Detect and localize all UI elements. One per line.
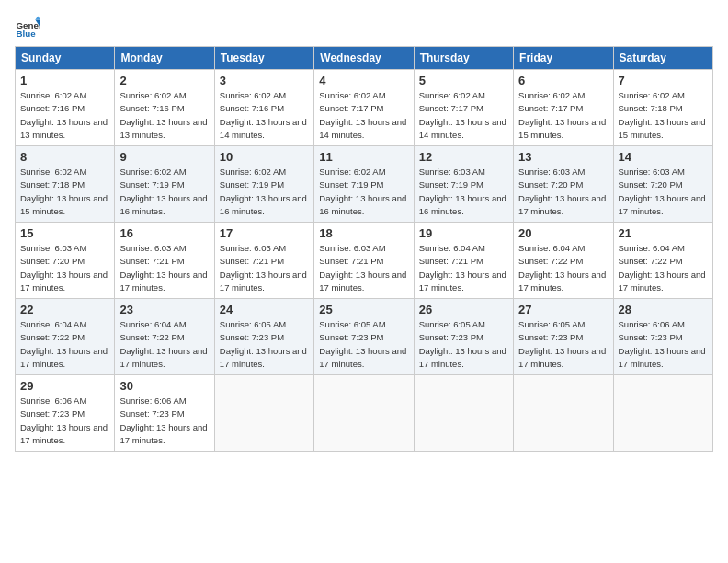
calendar-cell — [314, 375, 414, 452]
day-info: Sunrise: 6:05 AM Sunset: 7:23 PM Dayligh… — [220, 318, 309, 371]
day-number: 3 — [220, 74, 309, 87]
day-info: Sunrise: 6:03 AM Sunset: 7:21 PM Dayligh… — [119, 242, 209, 294]
sunrise-label: Sunrise: 6:02 AM — [619, 90, 685, 100]
day-number: 11 — [319, 150, 408, 164]
day-number: 7 — [619, 74, 708, 87]
day-number: 18 — [319, 226, 408, 240]
day-number: 1 — [20, 74, 109, 87]
sunset-label: Sunset: 7:18 PM — [619, 103, 683, 113]
sunrise-label: Sunrise: 6:03 AM — [419, 167, 485, 177]
daylight-label: Daylight: 13 hours and 14 minutes. — [319, 117, 406, 140]
daylight-label: Daylight: 13 hours and 17 minutes. — [119, 422, 207, 445]
calendar-cell: 8 Sunrise: 6:02 AM Sunset: 7:18 PM Dayli… — [16, 146, 115, 223]
page-header: General Blue — [15, 15, 713, 40]
day-info: Sunrise: 6:02 AM Sunset: 7:17 PM Dayligh… — [419, 89, 508, 142]
daylight-label: Daylight: 13 hours and 16 minutes. — [319, 193, 406, 216]
sunrise-label: Sunrise: 6:06 AM — [119, 396, 186, 406]
daylight-label: Daylight: 13 hours and 15 minutes. — [619, 117, 706, 140]
day-info: Sunrise: 6:02 AM Sunset: 7:17 PM Dayligh… — [319, 89, 408, 142]
sunrise-label: Sunrise: 6:04 AM — [619, 243, 685, 253]
sunset-label: Sunset: 7:20 PM — [619, 179, 683, 190]
calendar-cell: 21 Sunrise: 6:04 AM Sunset: 7:22 PM Dayl… — [613, 223, 712, 299]
sunrise-label: Sunrise: 6:06 AM — [619, 319, 685, 329]
calendar-cell: 19 Sunrise: 6:04 AM Sunset: 7:21 PM Dayl… — [414, 223, 513, 299]
day-info: Sunrise: 6:03 AM Sunset: 7:21 PM Dayligh… — [220, 242, 309, 294]
day-number: 2 — [119, 74, 209, 87]
calendar-header-wednesday: Wednesday — [314, 47, 414, 70]
day-info: Sunrise: 6:04 AM Sunset: 7:21 PM Dayligh… — [419, 242, 508, 294]
day-number: 29 — [20, 379, 109, 393]
daylight-label: Daylight: 13 hours and 15 minutes. — [518, 117, 606, 140]
day-number: 22 — [20, 303, 109, 316]
calendar-week-5: 29 Sunrise: 6:06 AM Sunset: 7:23 PM Dayl… — [16, 375, 713, 452]
daylight-label: Daylight: 13 hours and 14 minutes. — [419, 117, 506, 140]
day-info: Sunrise: 6:06 AM Sunset: 7:23 PM Dayligh… — [619, 318, 708, 371]
calendar-header-saturday: Saturday — [613, 47, 712, 70]
calendar-cell — [613, 375, 712, 452]
calendar-cell: 27 Sunrise: 6:05 AM Sunset: 7:23 PM Dayl… — [514, 299, 613, 375]
day-info: Sunrise: 6:02 AM Sunset: 7:19 PM Dayligh… — [319, 166, 408, 218]
day-info: Sunrise: 6:02 AM Sunset: 7:17 PM Dayligh… — [518, 89, 608, 142]
day-info: Sunrise: 6:06 AM Sunset: 7:23 PM Dayligh… — [20, 395, 109, 447]
sunset-label: Sunset: 7:23 PM — [319, 332, 383, 342]
sunrise-label: Sunrise: 6:03 AM — [518, 167, 585, 177]
calendar-cell: 7 Sunrise: 6:02 AM Sunset: 7:18 PM Dayli… — [613, 70, 712, 146]
calendar-cell: 30 Sunrise: 6:06 AM Sunset: 7:23 PM Dayl… — [115, 375, 214, 452]
day-number: 20 — [518, 226, 608, 240]
day-info: Sunrise: 6:02 AM Sunset: 7:18 PM Dayligh… — [619, 89, 708, 142]
daylight-label: Daylight: 13 hours and 17 minutes. — [319, 346, 406, 369]
calendar-header-monday: Monday — [115, 47, 214, 70]
daylight-label: Daylight: 13 hours and 16 minutes. — [419, 193, 506, 216]
sunset-label: Sunset: 7:16 PM — [220, 103, 284, 113]
day-info: Sunrise: 6:04 AM Sunset: 7:22 PM Dayligh… — [619, 242, 708, 294]
daylight-label: Daylight: 13 hours and 16 minutes. — [220, 193, 307, 216]
sunset-label: Sunset: 7:23 PM — [220, 332, 284, 342]
svg-text:Blue: Blue — [16, 29, 36, 39]
daylight-label: Daylight: 13 hours and 17 minutes. — [119, 270, 207, 293]
sunrise-label: Sunrise: 6:04 AM — [518, 243, 585, 253]
calendar-cell: 20 Sunrise: 6:04 AM Sunset: 7:22 PM Dayl… — [514, 223, 613, 299]
daylight-label: Daylight: 13 hours and 17 minutes. — [220, 270, 307, 293]
day-number: 17 — [220, 226, 309, 240]
calendar-cell: 11 Sunrise: 6:02 AM Sunset: 7:19 PM Dayl… — [314, 146, 414, 223]
sunrise-label: Sunrise: 6:05 AM — [419, 319, 485, 329]
calendar-cell: 1 Sunrise: 6:02 AM Sunset: 7:16 PM Dayli… — [16, 70, 115, 146]
daylight-label: Daylight: 13 hours and 17 minutes. — [319, 270, 406, 293]
sunrise-label: Sunrise: 6:02 AM — [419, 90, 485, 100]
daylight-label: Daylight: 13 hours and 17 minutes. — [518, 193, 606, 216]
day-info: Sunrise: 6:04 AM Sunset: 7:22 PM Dayligh… — [20, 318, 109, 371]
calendar-cell: 25 Sunrise: 6:05 AM Sunset: 7:23 PM Dayl… — [314, 299, 414, 375]
daylight-label: Daylight: 13 hours and 17 minutes. — [619, 193, 706, 216]
daylight-label: Daylight: 13 hours and 14 minutes. — [220, 117, 307, 140]
sunrise-label: Sunrise: 6:02 AM — [220, 90, 286, 100]
day-info: Sunrise: 6:02 AM Sunset: 7:19 PM Dayligh… — [220, 166, 309, 218]
calendar-week-3: 15 Sunrise: 6:03 AM Sunset: 7:20 PM Dayl… — [16, 223, 713, 299]
sunset-label: Sunset: 7:19 PM — [319, 179, 383, 190]
calendar-week-4: 22 Sunrise: 6:04 AM Sunset: 7:22 PM Dayl… — [16, 299, 713, 375]
logo-icon: General Blue — [15, 15, 40, 40]
day-info: Sunrise: 6:03 AM Sunset: 7:20 PM Dayligh… — [619, 166, 708, 218]
calendar-cell: 9 Sunrise: 6:02 AM Sunset: 7:19 PM Dayli… — [115, 146, 214, 223]
day-number: 9 — [119, 150, 209, 164]
sunrise-label: Sunrise: 6:05 AM — [518, 319, 585, 329]
calendar-cell: 29 Sunrise: 6:06 AM Sunset: 7:23 PM Dayl… — [16, 375, 115, 452]
sunrise-label: Sunrise: 6:02 AM — [20, 90, 86, 100]
calendar-header-sunday: Sunday — [16, 47, 115, 70]
day-number: 26 — [419, 303, 508, 316]
sunset-label: Sunset: 7:20 PM — [518, 179, 583, 190]
day-info: Sunrise: 6:03 AM Sunset: 7:21 PM Dayligh… — [319, 242, 408, 294]
day-number: 30 — [119, 379, 209, 393]
calendar-cell: 22 Sunrise: 6:04 AM Sunset: 7:22 PM Dayl… — [16, 299, 115, 375]
sunset-label: Sunset: 7:17 PM — [518, 103, 583, 113]
sunrise-label: Sunrise: 6:03 AM — [220, 243, 286, 253]
sunrise-label: Sunrise: 6:05 AM — [319, 319, 385, 329]
day-number: 15 — [20, 226, 109, 240]
calendar-header-tuesday: Tuesday — [214, 47, 313, 70]
calendar-cell — [514, 375, 613, 452]
day-info: Sunrise: 6:02 AM Sunset: 7:16 PM Dayligh… — [119, 89, 209, 142]
sunrise-label: Sunrise: 6:06 AM — [20, 396, 86, 406]
sunrise-label: Sunrise: 6:05 AM — [220, 319, 286, 329]
sunset-label: Sunset: 7:17 PM — [319, 103, 383, 113]
day-number: 10 — [220, 150, 309, 164]
calendar-cell: 6 Sunrise: 6:02 AM Sunset: 7:17 PM Dayli… — [514, 70, 613, 146]
